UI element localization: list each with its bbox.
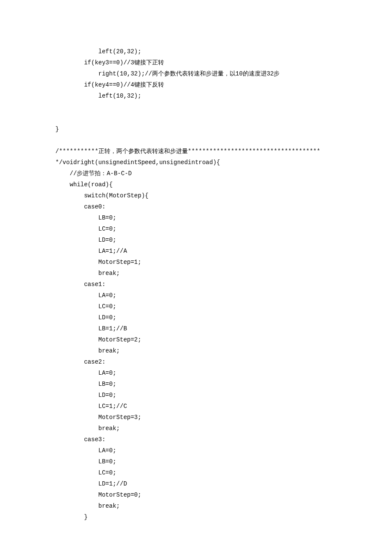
code-line: break; bbox=[55, 268, 337, 279]
code-line: LA=0; bbox=[55, 290, 337, 301]
code-line: while(road){ bbox=[55, 179, 337, 190]
code-line: break; bbox=[55, 423, 337, 434]
code-line: left(20,32); bbox=[55, 46, 337, 57]
code-line: left(10,32); bbox=[55, 90, 337, 101]
code-line bbox=[55, 135, 337, 146]
code-line: LD=1;//D bbox=[55, 478, 337, 489]
code-line: MotorStep=1; bbox=[55, 257, 337, 268]
code-line: LB=1;//B bbox=[55, 323, 337, 334]
code-line: LB=0; bbox=[55, 212, 337, 223]
code-line: LC=0; bbox=[55, 467, 337, 478]
code-line: if(key4==0)//4键接下反转 bbox=[55, 79, 337, 90]
code-line: */voidright(unsignedintSpeed,unsignedint… bbox=[55, 157, 337, 168]
code-line: break; bbox=[55, 500, 337, 512]
code-line: case3: bbox=[55, 434, 337, 445]
code-line: case2: bbox=[55, 356, 337, 367]
code-line: //步进节拍：A-B-C-D bbox=[55, 168, 337, 179]
code-line: if(key3==0)//3键接下正转 bbox=[55, 57, 337, 68]
code-line bbox=[55, 101, 337, 113]
code-line: LC=0; bbox=[55, 301, 337, 312]
code-line: LC=1;//C bbox=[55, 401, 337, 412]
code-line: MotorStep=3; bbox=[55, 412, 337, 423]
code-line: LD=0; bbox=[55, 390, 337, 401]
code-line: LA=0; bbox=[55, 445, 337, 456]
code-line bbox=[55, 113, 337, 124]
code-line: LA=1;//A bbox=[55, 246, 337, 257]
code-line: } bbox=[55, 124, 337, 135]
code-line: case0: bbox=[55, 201, 337, 212]
code-line: } bbox=[55, 512, 337, 523]
code-line: right(10,32);//两个参数代表转速和步进量，以10的速度进32步 bbox=[55, 68, 337, 79]
code-line: LB=0; bbox=[55, 456, 337, 467]
document-page: left(20,32); if(key3==0)//3键接下正转 right(1… bbox=[0, 0, 392, 555]
code-line: LB=0; bbox=[55, 379, 337, 390]
code-line: case1: bbox=[55, 279, 337, 290]
code-line: switch(MotorStep){ bbox=[55, 190, 337, 201]
code-line: LD=0; bbox=[55, 234, 337, 246]
code-line: break; bbox=[55, 345, 337, 356]
code-line: LD=0; bbox=[55, 312, 337, 323]
code-line: LA=0; bbox=[55, 367, 337, 379]
code-line: LC=0; bbox=[55, 223, 337, 234]
code-line: MotorStep=2; bbox=[55, 334, 337, 345]
code-line: /***********正转，两个参数代表转速和步进量*************… bbox=[55, 146, 337, 157]
code-line: MotorStep=0; bbox=[55, 489, 337, 500]
